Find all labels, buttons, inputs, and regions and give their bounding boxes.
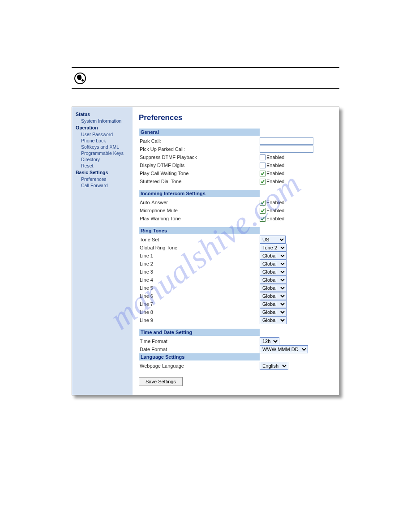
- checkbox-auto-answer[interactable]: [260, 200, 265, 206]
- preferences-panel: manualshive.com Status System Informatio…: [72, 107, 339, 395]
- section-heading-general: General: [139, 129, 260, 136]
- sidebar-item-programmable-keys[interactable]: Programmable Keys: [81, 150, 130, 156]
- sidebar-item-reset[interactable]: Reset: [81, 163, 130, 169]
- sidebar-item-call-forward[interactable]: Call Forward: [81, 182, 130, 189]
- label-tone-set: Tone Set: [139, 237, 260, 242]
- sidebar-item-preferences[interactable]: Preferences: [81, 176, 130, 182]
- label-line-4: Line 4: [139, 277, 260, 283]
- checkbox-suppress-dtmf[interactable]: [260, 154, 265, 160]
- label-line-7: Line 7: [139, 301, 260, 307]
- label-park-call: Park Call:: [139, 138, 260, 144]
- enabled-text: Enabled: [266, 179, 284, 184]
- sidebar: Status System Information Operation User…: [72, 107, 133, 395]
- section-heading-ringtones: Ring Tones: [139, 227, 260, 234]
- select-line-4[interactable]: Global: [260, 276, 287, 284]
- sidebar-item-user-password[interactable]: User Password: [81, 131, 130, 137]
- label-mic-mute: Microphone Mute: [139, 208, 260, 213]
- label-date-format: Date Format: [139, 347, 260, 352]
- label-webpage-language: Webpage Language: [139, 363, 260, 369]
- sidebar-item-softkeys-xml[interactable]: Softkeys and XML: [81, 144, 130, 150]
- label-stuttered: Stuttered Dial Tone: [139, 179, 260, 184]
- select-time-format[interactable]: 12h: [260, 337, 279, 345]
- checkbox-play-warning[interactable]: [260, 216, 265, 222]
- section-heading-timedate: Time and Date Setting: [139, 329, 260, 336]
- content-area: Preferences General Park Call: Pick Up P…: [133, 107, 339, 395]
- sidebar-item-system-information[interactable]: System Information: [81, 118, 130, 124]
- input-park-call[interactable]: [260, 137, 313, 145]
- checkbox-play-cwt[interactable]: [260, 171, 265, 176]
- section-heading-intercom: Incoming Intercom Settings: [139, 190, 260, 197]
- page-title: Preferences: [139, 113, 333, 122]
- select-line-8[interactable]: Global: [260, 308, 287, 316]
- enabled-text: Enabled: [266, 154, 284, 160]
- select-tone-set[interactable]: US: [260, 236, 286, 244]
- label-line-9: Line 9: [139, 317, 260, 323]
- label-line-3: Line 3: [139, 269, 260, 275]
- label-pickup-parked: Pick Up Parked Call:: [139, 146, 260, 152]
- globe-icon: [74, 73, 86, 84]
- select-date-format[interactable]: WWW MMM DD: [260, 345, 308, 353]
- enabled-text: Enabled: [266, 216, 284, 221]
- label-play-warning: Play Warning Tone: [139, 216, 260, 221]
- select-line-9[interactable]: Global: [260, 316, 287, 324]
- label-line-2: Line 2: [139, 261, 260, 266]
- sidebar-head-status: Status: [76, 112, 130, 117]
- label-play-cwt: Play Call Waiting Tone: [139, 171, 260, 176]
- label-auto-answer: Auto-Answer: [139, 200, 260, 205]
- select-webpage-language[interactable]: English: [260, 362, 288, 370]
- enabled-text: Enabled: [266, 200, 284, 205]
- enabled-text: Enabled: [266, 171, 284, 176]
- sidebar-item-phone-lock[interactable]: Phone Lock: [81, 137, 130, 144]
- select-line-2[interactable]: Global: [260, 260, 287, 268]
- label-line-1: Line 1: [139, 253, 260, 258]
- label-line-8: Line 8: [139, 309, 260, 315]
- sidebar-head-basic-settings: Basic Settings: [76, 170, 130, 175]
- select-line-1[interactable]: Global: [260, 252, 287, 260]
- label-global-ring: Global Ring Tone: [139, 245, 260, 250]
- save-settings-button[interactable]: Save Settings: [139, 377, 183, 386]
- select-line-3[interactable]: Global: [260, 268, 287, 276]
- label-display-dtmf: Display DTMF Digits: [139, 163, 260, 168]
- section-heading-language: Language Settings: [139, 353, 260, 360]
- checkbox-mic-mute[interactable]: [260, 208, 265, 214]
- select-line-5[interactable]: Global: [260, 284, 287, 292]
- select-line-6[interactable]: Global: [260, 292, 287, 300]
- select-global-ring[interactable]: Tone 2: [260, 244, 287, 252]
- checkbox-stuttered[interactable]: [260, 179, 265, 184]
- label-line-5: Line 5: [139, 285, 260, 291]
- label-line-6: Line 6: [139, 293, 260, 299]
- label-time-format: Time Format: [139, 339, 260, 344]
- input-pickup-parked[interactable]: [260, 146, 313, 153]
- enabled-text: Enabled: [266, 163, 284, 168]
- select-line-7[interactable]: Global: [260, 300, 287, 308]
- checkbox-display-dtmf[interactable]: [260, 163, 265, 168]
- enabled-text: Enabled: [266, 208, 284, 213]
- sidebar-item-directory[interactable]: Directory: [81, 156, 130, 163]
- label-suppress-dtmf: Suppress DTMF Playback: [139, 154, 260, 160]
- sidebar-head-operation: Operation: [76, 125, 130, 130]
